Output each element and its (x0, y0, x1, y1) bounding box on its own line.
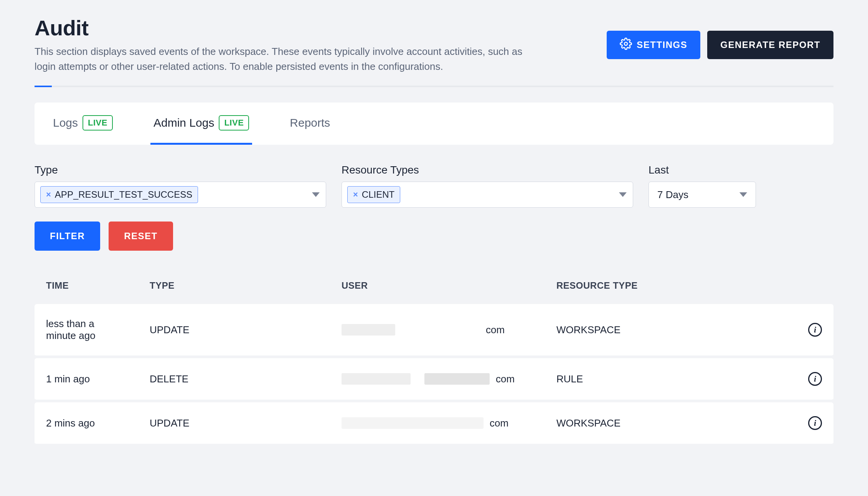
header-left: Audit This section displays saved events… (35, 15, 533, 74)
info-icon[interactable]: i (808, 416, 822, 430)
user-suffix: com (490, 417, 508, 429)
tab-label: Logs (53, 116, 78, 129)
cell-user: com (330, 402, 545, 445)
table-row: 2 mins ago UPDATE com WORKSPACE i (35, 402, 833, 445)
redacted-block (342, 373, 411, 385)
page-header: Audit This section displays saved events… (35, 15, 833, 74)
col-header-time: TIME (35, 273, 138, 303)
gear-icon (620, 38, 632, 52)
page-title: Audit (35, 15, 533, 40)
audit-table: TIME TYPE USER RESOURCE TYPE less than a… (35, 272, 833, 446)
settings-button[interactable]: SETTINGS (607, 31, 700, 59)
tab-bar: Logs LIVE Admin Logs LIVE Reports (35, 103, 833, 145)
filter-type-col: Type × APP_RESULT_TEST_SUCCESS (35, 164, 326, 208)
tab-label: Reports (290, 116, 330, 129)
reset-button[interactable]: RESET (109, 222, 173, 251)
generate-report-label: GENERATE REPORT (720, 40, 820, 50)
filter-button[interactable]: FILTER (35, 222, 100, 251)
type-chip[interactable]: × APP_RESULT_TEST_SUCCESS (40, 186, 198, 203)
generate-report-button[interactable]: GENERATE REPORT (707, 31, 833, 59)
cell-type: UPDATE (138, 402, 330, 445)
info-icon[interactable]: i (808, 372, 822, 386)
cell-actions: i (797, 358, 833, 401)
chevron-down-icon (619, 192, 627, 197)
table-row: 1 min ago DELETE com RULE i (35, 358, 833, 401)
col-header-user: USER (330, 273, 545, 303)
cell-resource-type: WORKSPACE (545, 402, 797, 445)
redacted-block (342, 324, 395, 336)
live-badge: LIVE (83, 115, 113, 131)
tab-reports[interactable]: Reports (287, 103, 333, 145)
info-icon[interactable]: i (808, 323, 822, 337)
last-value: 7 Days (657, 189, 688, 201)
page-description: This section displays saved events of th… (35, 44, 533, 74)
filter-actions: FILTER RESET (35, 222, 833, 251)
filter-last-label: Last (649, 164, 756, 176)
cell-type: DELETE (138, 358, 330, 401)
col-header-resource-type: RESOURCE TYPE (545, 273, 797, 303)
cell-actions: i (797, 304, 833, 357)
chip-label: CLIENT (362, 189, 394, 200)
col-header-type: TYPE (138, 273, 330, 303)
col-header-actions (797, 273, 833, 303)
type-chips: × APP_RESULT_TEST_SUCCESS (40, 186, 198, 203)
cell-actions: i (797, 402, 833, 445)
cell-time: 1 min ago (35, 358, 138, 401)
tab-label: Admin Logs (153, 116, 214, 129)
cell-type: UPDATE (138, 304, 330, 357)
table-header-row: TIME TYPE USER RESOURCE TYPE (35, 273, 833, 303)
settings-button-label: SETTINGS (637, 40, 687, 50)
chip-remove-icon[interactable]: × (46, 190, 51, 200)
reset-button-label: RESET (124, 231, 158, 241)
cell-resource-type: WORKSPACE (545, 304, 797, 357)
chevron-down-icon (312, 192, 320, 197)
tab-admin-logs[interactable]: Admin Logs LIVE (150, 103, 252, 145)
filter-last-col: Last 7 Days (649, 164, 756, 208)
filter-type-label: Type (35, 164, 326, 176)
filter-row: Type × APP_RESULT_TEST_SUCCESS Resource … (35, 164, 833, 208)
live-badge: LIVE (219, 115, 249, 131)
chip-label: APP_RESULT_TEST_SUCCESS (55, 189, 192, 200)
resource-chips: × CLIENT (347, 186, 400, 203)
redacted-block (342, 417, 484, 429)
chip-remove-icon[interactable]: × (353, 190, 358, 200)
progress-fill (35, 86, 52, 87)
chevron-down-icon (739, 192, 747, 197)
progress-line (35, 86, 833, 87)
filter-resource-label: Resource Types (342, 164, 633, 176)
cell-time: 2 mins ago (35, 402, 138, 445)
cell-resource-type: RULE (545, 358, 797, 401)
table-row: less than a minute ago UPDATE com WORKSP… (35, 304, 833, 357)
resource-chip[interactable]: × CLIENT (347, 186, 400, 203)
svg-point-0 (624, 42, 627, 45)
cell-user: com (330, 358, 545, 401)
type-select[interactable]: × APP_RESULT_TEST_SUCCESS (35, 182, 326, 208)
cell-time: less than a minute ago (35, 304, 138, 357)
filter-resource-col: Resource Types × CLIENT (342, 164, 633, 208)
user-suffix: com (486, 324, 505, 336)
filter-button-label: FILTER (50, 231, 85, 241)
tab-logs[interactable]: Logs LIVE (50, 103, 116, 145)
header-actions: SETTINGS GENERATE REPORT (607, 31, 833, 59)
last-select[interactable]: 7 Days (649, 182, 756, 208)
user-suffix: com (496, 373, 515, 385)
redacted-block (424, 373, 490, 385)
resource-select[interactable]: × CLIENT (342, 182, 633, 208)
cell-user: com (330, 304, 545, 357)
